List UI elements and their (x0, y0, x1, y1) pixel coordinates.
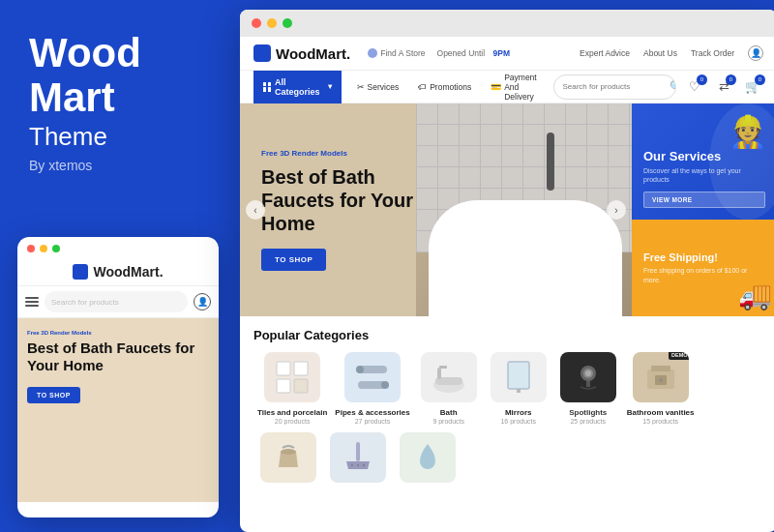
opened-until: Opened Until 9PM (437, 48, 510, 58)
store-logo[interactable]: WoodMart. (253, 44, 350, 62)
nav-search[interactable]: 🔍 (553, 74, 676, 100)
bucket-svg (271, 440, 306, 475)
categories-grid: Tiles and porcelain 20 products (253, 352, 763, 425)
svg-point-21 (659, 379, 662, 382)
svg-point-6 (356, 366, 364, 373)
svg-point-24 (351, 464, 353, 466)
chevron-down-icon: ▾ (328, 82, 332, 91)
category-count-mirrors: 16 products (500, 418, 536, 425)
svg-rect-2 (277, 379, 290, 393)
mobile-hamburger-icon[interactable] (25, 297, 39, 307)
slider-next-button[interactable]: › (607, 200, 626, 220)
hero-tag: Free 3D Render Models (261, 149, 610, 158)
browser-dot-red[interactable] (252, 18, 261, 28)
mobile-hero: Free 3D Render Models Best of Bath Fauce… (17, 318, 219, 502)
panel-delivery: Free Shipping! Free shipping on orders o… (632, 220, 774, 316)
mobile-dot-red (27, 245, 35, 252)
category-name-bath: Bath (440, 408, 458, 418)
about-us-link[interactable]: About Us (643, 48, 677, 58)
svg-rect-12 (508, 362, 529, 389)
svg-rect-23 (356, 442, 360, 461)
svg-rect-0 (277, 362, 290, 375)
svg-point-26 (363, 464, 365, 466)
mobile-search-input[interactable]: Search for products (45, 291, 188, 312)
category-item-tiles[interactable]: Tiles and porcelain 20 products (253, 352, 331, 425)
delivery-truck-icon: 🚚 (738, 280, 772, 311)
browser-dot-green[interactable] (283, 18, 292, 28)
browser-dot-yellow[interactable] (267, 18, 277, 28)
svg-point-25 (357, 464, 359, 466)
all-categories-button[interactable]: All Categories ▾ (253, 71, 342, 103)
category-icon-mirrors (491, 352, 547, 402)
hero-slider: ‹ Free 3D Render Models Best of Bath Fau… (240, 103, 632, 316)
compare-badge: 0 (726, 74, 736, 85)
mobile-hero-tag: Free 3D Render Models (27, 330, 209, 336)
cart-button[interactable]: 🛒 0 (742, 76, 763, 98)
mirrors-svg (504, 360, 533, 395)
category-count-bathroom: 15 products (642, 418, 678, 425)
store-nav: All Categories ▾ ✂ Services 🏷 Promotions… (240, 71, 774, 103)
services-person-icon: 👷 (729, 113, 767, 150)
svg-rect-10 (437, 368, 441, 379)
category-item-spotlights[interactable]: Spotlights 25 products (553, 352, 623, 425)
compare-button[interactable]: ⇄ 0 (713, 76, 734, 98)
category-name-tiles: Tiles and porcelain (257, 408, 327, 418)
mobile-user-icon[interactable]: 👤 (194, 293, 211, 310)
hero-slider-row: ‹ Free 3D Render Models Best of Bath Fau… (240, 103, 774, 316)
svg-rect-11 (439, 366, 447, 369)
browser-window: WoodMart. Find A Store Opened Until 9PM … (240, 10, 774, 532)
svg-rect-13 (517, 389, 521, 393)
category-count-bath: 9 products (432, 418, 464, 425)
scissors-icon: ✂ (357, 82, 365, 92)
search-button[interactable]: 🔍 (670, 80, 676, 94)
category-icon-row2-0 (260, 432, 316, 483)
categories-row2 (253, 432, 763, 488)
category-name-bathroom: Bathroom vanities (627, 408, 695, 418)
track-order-link[interactable]: Track Order (691, 48, 734, 58)
category-item-row2-1[interactable] (323, 432, 393, 488)
category-icon-spotlights (560, 352, 616, 402)
pipes-svg (354, 360, 391, 395)
left-panel: Wood Mart Theme By xtemos WoodMart. Sear… (0, 0, 232, 532)
wishlist-button[interactable]: ♡ 0 (684, 76, 705, 98)
category-item-pipes[interactable]: Pipes & accessories 27 products (331, 352, 413, 425)
svg-rect-17 (586, 381, 590, 387)
mobile-shop-button[interactable]: TO SHOP (27, 387, 80, 403)
nav-item-payment[interactable]: 💳 Payment And Delivery (481, 71, 553, 103)
nav-item-services[interactable]: ✂ Services (347, 71, 409, 103)
category-item-row2-2[interactable] (393, 432, 462, 488)
store-logo-text: WoodMart. (276, 45, 350, 62)
svg-rect-1 (294, 362, 308, 375)
nav-item-promotions[interactable]: 🏷 Promotions (408, 71, 481, 103)
find-store-link[interactable]: Find A Store (368, 48, 425, 58)
category-count-spotlights: 25 products (570, 418, 606, 425)
store-header: WoodMart. Find A Store Opened Until 9PM … (240, 37, 774, 71)
hero-right-panels: 👷 Our Services Discover all the ways to … (632, 103, 774, 316)
grid-icon (263, 82, 271, 92)
categories-section: Popular Categories Tiles and porcelain (240, 316, 774, 496)
svg-rect-19 (651, 366, 670, 371)
tiles-svg (275, 360, 310, 395)
category-item-mirrors[interactable]: Mirrors 16 products (484, 352, 553, 425)
mobile-dot-yellow (40, 245, 47, 252)
store-main: ‹ Free 3D Render Models Best of Bath Fau… (240, 103, 774, 531)
card-icon: 💳 (491, 82, 501, 92)
category-item-row2-0[interactable] (253, 432, 323, 488)
categories-section-title: Popular Categories (253, 328, 763, 342)
hero-shop-button[interactable]: TO SHOP (261, 249, 326, 271)
search-input[interactable] (562, 82, 664, 91)
svg-point-7 (381, 381, 389, 389)
bathroom-svg (643, 360, 678, 395)
mobile-mockup: WoodMart. Search for products 👤 Free 3D … (17, 237, 219, 517)
category-count-pipes: 27 products (355, 418, 391, 425)
user-account-icon[interactable]: 👤 (748, 45, 763, 61)
category-icon-bath (421, 352, 477, 402)
category-item-bathroom[interactable]: DEMO Bathroom vanities 15 products (623, 352, 699, 425)
brand-by: By xtemos (29, 158, 203, 173)
store-header-right: Expert Advice About Us Track Order 👤 (580, 45, 763, 61)
category-item-bath[interactable]: Bath 9 products (414, 352, 484, 425)
browser-chrome (240, 10, 774, 37)
slider-prev-button[interactable]: ‹ (246, 200, 265, 220)
store-logo-icon (253, 44, 271, 62)
expert-advice-link[interactable]: Expert Advice (580, 48, 630, 58)
